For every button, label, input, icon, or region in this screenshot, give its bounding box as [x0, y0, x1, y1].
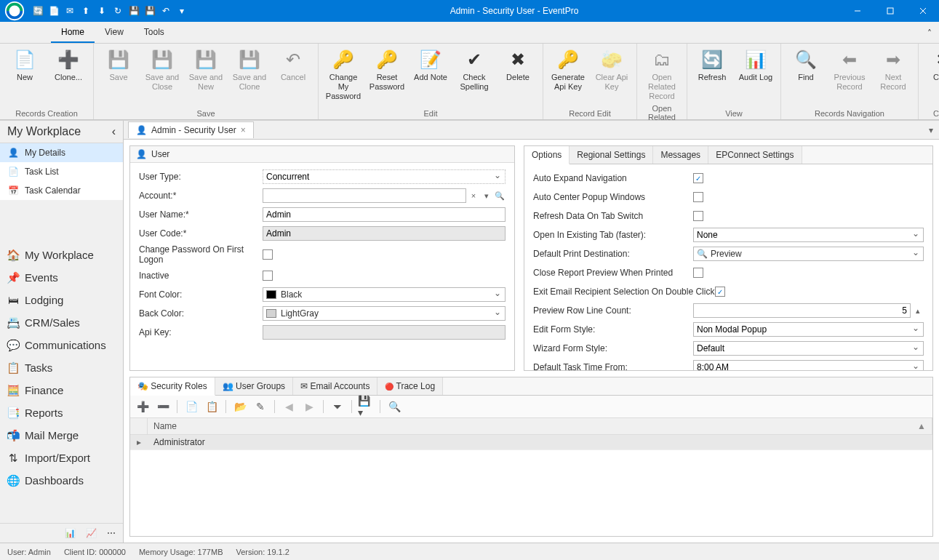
ribbon-clone--button[interactable]: ➕Clone...	[48, 47, 89, 84]
ribbon-check-spelling-button[interactable]: ✔Check Spelling	[454, 47, 495, 93]
edit-form-select[interactable]	[693, 322, 924, 337]
tb-filter-icon[interactable]: ⏷	[329, 399, 345, 415]
exit-email-checkbox[interactable]: ✓	[715, 287, 725, 297]
ribbon-delete-button[interactable]: ✖Delete	[498, 47, 538, 84]
menu-view[interactable]: View	[95, 23, 134, 43]
open-existing-select[interactable]	[693, 228, 924, 242]
options-tab-messages[interactable]: Messages	[653, 146, 708, 164]
tb-copy-icon[interactable]: 📄	[183, 399, 199, 415]
tab-close-icon[interactable]: ×	[241, 125, 246, 135]
ribbon-close-button[interactable]: ✖Close	[923, 47, 939, 84]
qat-undo-icon[interactable]: ↶	[160, 5, 172, 17]
change-pwd-checkbox[interactable]	[263, 249, 273, 260]
user-type-select[interactable]	[263, 169, 506, 184]
section-mail-merge[interactable]: 📬Mail Merge	[0, 424, 123, 447]
close-preview-checkbox[interactable]	[693, 268, 703, 278]
account-dropdown-icon[interactable]: ▾	[481, 190, 492, 201]
back-color-select[interactable]: LightGray	[263, 306, 506, 321]
detail-tab-trace-log[interactable]: Trace Log	[377, 377, 443, 395]
ribbon-previous-record-button: ⬅Previous Record	[829, 47, 870, 93]
qat-mail-icon[interactable]: ✉	[64, 5, 76, 17]
section-reports[interactable]: 📑Reports	[0, 401, 123, 424]
chart-icon[interactable]: 📊	[65, 528, 76, 538]
options-tab-epconnect-settings[interactable]: EPConnect Settings	[708, 146, 802, 164]
preview-count-input[interactable]	[693, 303, 911, 318]
nav-my-details[interactable]: 👤My Details	[0, 143, 123, 162]
detail-tab-user-groups[interactable]: User Groups	[215, 377, 293, 395]
font-color-select[interactable]: Black	[263, 287, 506, 302]
section-import-export[interactable]: ⇅Import/Export	[0, 447, 123, 469]
inactive-label: Inactive	[139, 271, 263, 281]
spin-up-icon[interactable]: ▴	[912, 305, 924, 316]
qat-saveall-icon[interactable]: 💾	[144, 5, 156, 17]
tb-paste-icon[interactable]: 📋	[204, 399, 220, 415]
ribbon-audit-log-button[interactable]: 📊Audit Log	[735, 47, 776, 84]
nav-task-calendar[interactable]: 📅Task Calendar	[0, 181, 123, 200]
ribbon-add-note-button[interactable]: 📝Add Note	[410, 47, 451, 84]
section-my-workplace[interactable]: 🏠My Workplace	[0, 244, 123, 266]
qat-up-icon[interactable]: ⬆	[80, 5, 92, 17]
ribbon-collapse-icon[interactable]: ˄	[920, 24, 939, 43]
ribbon-new-button[interactable]: 📄New	[4, 47, 45, 84]
row-indicator-icon: ▸	[130, 437, 148, 447]
lodging-icon: 🛏	[7, 295, 19, 306]
stats-icon[interactable]: 📈	[86, 528, 97, 538]
task-from-input[interactable]	[693, 360, 924, 370]
qat-down-icon[interactable]: ⬇	[96, 5, 108, 17]
nav-task-list[interactable]: 📄Task List	[0, 162, 123, 181]
section-communications[interactable]: 💬Communications	[0, 334, 123, 356]
ribbon-find-button[interactable]: 🔍Find	[786, 47, 826, 84]
section-finance[interactable]: 🧮Finance	[0, 379, 123, 401]
qat-save-icon[interactable]: 💾	[128, 5, 140, 17]
options-tab-regional-settings[interactable]: Regional Settings	[570, 146, 653, 164]
account-lookup-icon[interactable]: 🔍	[494, 190, 506, 201]
qat-dropdown-icon[interactable]: ▾	[176, 5, 188, 17]
section-tasks[interactable]: 📋Tasks	[0, 356, 123, 379]
tb-add-icon[interactable]: ➕	[135, 399, 151, 415]
tb-edit-icon[interactable]: ✎	[252, 399, 268, 415]
ribbon-reset-password-button[interactable]: 🔑Reset Password	[367, 47, 407, 93]
print-dest-select[interactable]: 🔍Preview	[693, 247, 924, 261]
grid-header-name[interactable]: Name▲	[148, 418, 932, 434]
qat-new-icon[interactable]: 📄	[48, 5, 60, 17]
more-icon[interactable]: ⋯	[107, 528, 116, 538]
qat-refresh-icon[interactable]: 🔄	[32, 5, 44, 17]
grid-row[interactable]: ▸ Administrator	[130, 435, 932, 450]
options-tab-options[interactable]: Options	[524, 146, 570, 164]
wizard-form-select[interactable]	[693, 341, 924, 356]
tb-search-icon[interactable]: 🔍	[386, 399, 402, 415]
user-name-input[interactable]	[263, 207, 506, 222]
section-events[interactable]: 📌Events	[0, 266, 123, 289]
tb-open-icon[interactable]: 📂	[232, 399, 248, 415]
refresh-tab-checkbox[interactable]	[693, 211, 703, 221]
inactive-checkbox[interactable]	[263, 271, 273, 281]
section-dashboards[interactable]: 🌐Dashboards	[0, 469, 123, 492]
ribbon-refresh-button[interactable]: 🔄Refresh	[692, 47, 732, 84]
detail-tab-email-accounts[interactable]: Email Accounts	[293, 377, 377, 395]
account-clear-icon[interactable]: ×	[468, 190, 479, 201]
qat-reload-icon[interactable]: ↻	[112, 5, 124, 17]
sidebar-collapse-icon[interactable]: ‹	[112, 125, 116, 138]
ribbon-change-my-password-button[interactable]: 🔑Change My Password	[323, 47, 364, 103]
tb-export-icon[interactable]: 💾▾	[358, 399, 374, 415]
auto-center-checkbox[interactable]	[693, 192, 703, 202]
change-my-password-icon: 🔑	[332, 48, 355, 71]
auto-expand-checkbox[interactable]: ✓	[693, 173, 703, 183]
ribbon-generate-api-key-button[interactable]: 🔑Generate Api Key	[548, 47, 588, 93]
events-icon: 📌	[7, 272, 19, 284]
close-button[interactable]	[906, 0, 939, 22]
menu-tools[interactable]: Tools	[134, 23, 175, 43]
auto-center-label: Auto Center Popup Windows	[533, 192, 693, 202]
section-lodging[interactable]: 🛏Lodging	[0, 289, 123, 311]
account-input[interactable]	[263, 188, 466, 203]
section-crm-sales[interactable]: 📇CRM/Sales	[0, 311, 123, 334]
preview-count-label: Preview Row Line Count:	[533, 305, 693, 316]
maximize-button[interactable]	[874, 0, 906, 22]
doc-tabs-dropdown-icon[interactable]: ▾	[929, 125, 939, 135]
menu-home[interactable]: Home	[51, 23, 95, 43]
tb-remove-icon[interactable]: ➖	[155, 399, 171, 415]
detail-tab-security-roles[interactable]: Security Roles	[130, 377, 215, 396]
doc-tab-admin-security-user[interactable]: Admin - Security User ×	[128, 121, 254, 138]
ribbon-open-related-record-button: 🗂Open Related Record	[642, 47, 682, 103]
minimize-button[interactable]	[841, 0, 874, 22]
